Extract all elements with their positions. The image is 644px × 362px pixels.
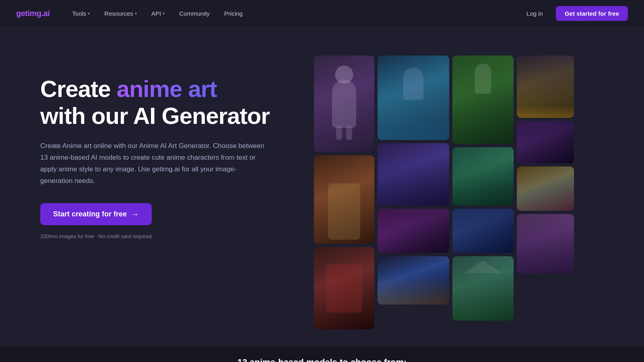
logo-text-start: getimg: [16, 9, 41, 18]
anime-image-8: [452, 56, 514, 144]
hero-title-suffix: with our AI Generator: [40, 103, 270, 129]
cta-label: Start creating for free: [53, 210, 127, 218]
nav-pricing[interactable]: Pricing: [218, 7, 249, 20]
anime-image-12: [517, 56, 574, 118]
hero-title-prefix: Create: [40, 76, 117, 102]
hero-description: Create Anime art online with our Anime A…: [40, 140, 266, 187]
anime-image-7: [378, 256, 449, 304]
hero-section: Create anime art with our AI Generator C…: [0, 27, 644, 346]
models-title: 13 anime-based models to choose from:: [0, 357, 644, 362]
anime-image-11: [452, 256, 514, 321]
nav-tools[interactable]: Tools ▾: [66, 7, 96, 20]
logo[interactable]: getimg.ai: [16, 9, 50, 18]
anime-image-5: [378, 143, 449, 206]
image-col-1: [314, 56, 374, 329]
chevron-down-icon: ▾: [163, 11, 165, 16]
anime-image-2: [314, 155, 374, 244]
hero-title-highlight: anime art: [117, 76, 217, 102]
anime-image-15: [517, 214, 574, 274]
chevron-down-icon: ▾: [88, 11, 90, 16]
hero-content: Create anime art with our AI Generator C…: [40, 51, 290, 239]
arrow-icon: →: [131, 210, 139, 219]
nav-api[interactable]: API ▾: [145, 7, 171, 20]
hero-note: 100/mo images for free · No credit card …: [40, 233, 290, 239]
anime-image-4: [378, 56, 449, 140]
image-col-4: [517, 56, 574, 274]
hero-image-grid: [314, 51, 588, 329]
anime-image-6: [378, 209, 449, 253]
get-started-nav-button[interactable]: Get started for free: [556, 6, 628, 21]
anime-image-10: [452, 209, 514, 253]
login-button[interactable]: Log in: [520, 7, 549, 20]
image-col-2: [378, 56, 449, 304]
cta-button[interactable]: Start creating for free →: [40, 203, 152, 225]
anime-image-13: [517, 121, 574, 163]
nav-resources[interactable]: Resources ▾: [98, 7, 143, 20]
chevron-down-icon: ▾: [135, 11, 137, 16]
nav-links: Tools ▾ Resources ▾ API ▾ Community Pric…: [66, 7, 520, 20]
nav-community[interactable]: Community: [173, 7, 216, 20]
hero-title: Create anime art with our AI Generator: [40, 76, 290, 129]
nav-right: Log in Get started for free: [520, 6, 628, 21]
anime-image-3: [314, 247, 374, 329]
bottom-bar: 13 anime-based models to choose from:: [0, 346, 644, 362]
anime-image-14: [517, 167, 574, 211]
anime-image-1: [314, 56, 374, 152]
anime-image-9: [452, 147, 514, 206]
navbar: getimg.ai Tools ▾ Resources ▾ API ▾ Comm…: [0, 0, 644, 27]
logo-text-end: .ai: [41, 9, 50, 18]
image-col-3: [452, 56, 514, 321]
